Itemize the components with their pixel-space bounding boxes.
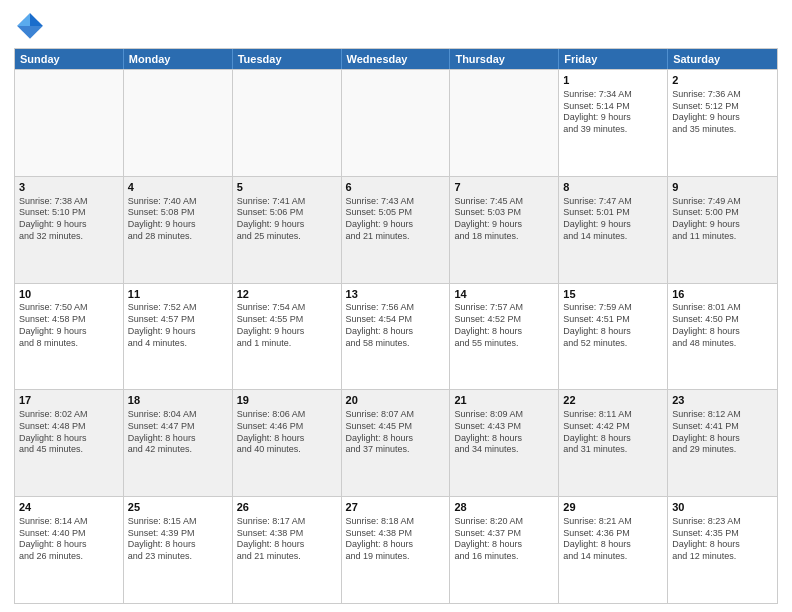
calendar-cell: 4Sunrise: 7:40 AM Sunset: 5:08 PM Daylig… [124, 177, 233, 283]
calendar-cell: 18Sunrise: 8:04 AM Sunset: 4:47 PM Dayli… [124, 390, 233, 496]
calendar: SundayMondayTuesdayWednesdayThursdayFrid… [14, 48, 778, 604]
calendar-cell: 15Sunrise: 7:59 AM Sunset: 4:51 PM Dayli… [559, 284, 668, 390]
calendar-cell: 8Sunrise: 7:47 AM Sunset: 5:01 PM Daylig… [559, 177, 668, 283]
calendar-cell: 5Sunrise: 7:41 AM Sunset: 5:06 PM Daylig… [233, 177, 342, 283]
calendar-cell: 13Sunrise: 7:56 AM Sunset: 4:54 PM Dayli… [342, 284, 451, 390]
day-info: Sunrise: 7:59 AM Sunset: 4:51 PM Dayligh… [563, 302, 663, 349]
calendar-cell: 14Sunrise: 7:57 AM Sunset: 4:52 PM Dayli… [450, 284, 559, 390]
day-number: 5 [237, 180, 337, 195]
day-info: Sunrise: 7:41 AM Sunset: 5:06 PM Dayligh… [237, 196, 337, 243]
day-info: Sunrise: 8:20 AM Sunset: 4:37 PM Dayligh… [454, 516, 554, 563]
calendar-cell [233, 70, 342, 176]
day-info: Sunrise: 8:06 AM Sunset: 4:46 PM Dayligh… [237, 409, 337, 456]
calendar-cell: 9Sunrise: 7:49 AM Sunset: 5:00 PM Daylig… [668, 177, 777, 283]
day-number: 20 [346, 393, 446, 408]
day-info: Sunrise: 8:01 AM Sunset: 4:50 PM Dayligh… [672, 302, 773, 349]
calendar-cell: 25Sunrise: 8:15 AM Sunset: 4:39 PM Dayli… [124, 497, 233, 603]
calendar-cell: 17Sunrise: 8:02 AM Sunset: 4:48 PM Dayli… [15, 390, 124, 496]
day-number: 10 [19, 287, 119, 302]
header-day-sunday: Sunday [15, 49, 124, 69]
day-info: Sunrise: 7:45 AM Sunset: 5:03 PM Dayligh… [454, 196, 554, 243]
day-number: 30 [672, 500, 773, 515]
day-number: 13 [346, 287, 446, 302]
day-info: Sunrise: 8:18 AM Sunset: 4:38 PM Dayligh… [346, 516, 446, 563]
day-number: 21 [454, 393, 554, 408]
day-info: Sunrise: 7:50 AM Sunset: 4:58 PM Dayligh… [19, 302, 119, 349]
day-info: Sunrise: 7:49 AM Sunset: 5:00 PM Dayligh… [672, 196, 773, 243]
calendar-cell: 22Sunrise: 8:11 AM Sunset: 4:42 PM Dayli… [559, 390, 668, 496]
calendar-cell: 16Sunrise: 8:01 AM Sunset: 4:50 PM Dayli… [668, 284, 777, 390]
calendar-cell: 7Sunrise: 7:45 AM Sunset: 5:03 PM Daylig… [450, 177, 559, 283]
calendar-cell: 30Sunrise: 8:23 AM Sunset: 4:35 PM Dayli… [668, 497, 777, 603]
calendar-body: 1Sunrise: 7:34 AM Sunset: 5:14 PM Daylig… [15, 69, 777, 603]
day-info: Sunrise: 8:09 AM Sunset: 4:43 PM Dayligh… [454, 409, 554, 456]
day-number: 26 [237, 500, 337, 515]
calendar-cell: 20Sunrise: 8:07 AM Sunset: 4:45 PM Dayli… [342, 390, 451, 496]
calendar-row-0: 1Sunrise: 7:34 AM Sunset: 5:14 PM Daylig… [15, 69, 777, 176]
day-number: 9 [672, 180, 773, 195]
calendar-cell: 26Sunrise: 8:17 AM Sunset: 4:38 PM Dayli… [233, 497, 342, 603]
day-number: 27 [346, 500, 446, 515]
day-number: 4 [128, 180, 228, 195]
calendar-cell [342, 70, 451, 176]
header-day-wednesday: Wednesday [342, 49, 451, 69]
day-number: 15 [563, 287, 663, 302]
page: SundayMondayTuesdayWednesdayThursdayFrid… [0, 0, 792, 612]
day-info: Sunrise: 7:38 AM Sunset: 5:10 PM Dayligh… [19, 196, 119, 243]
header-day-tuesday: Tuesday [233, 49, 342, 69]
calendar-cell: 11Sunrise: 7:52 AM Sunset: 4:57 PM Dayli… [124, 284, 233, 390]
calendar-cell: 24Sunrise: 8:14 AM Sunset: 4:40 PM Dayli… [15, 497, 124, 603]
calendar-cell: 27Sunrise: 8:18 AM Sunset: 4:38 PM Dayli… [342, 497, 451, 603]
header-day-friday: Friday [559, 49, 668, 69]
header-day-monday: Monday [124, 49, 233, 69]
day-number: 14 [454, 287, 554, 302]
calendar-cell: 2Sunrise: 7:36 AM Sunset: 5:12 PM Daylig… [668, 70, 777, 176]
calendar-row-4: 24Sunrise: 8:14 AM Sunset: 4:40 PM Dayli… [15, 496, 777, 603]
calendar-header: SundayMondayTuesdayWednesdayThursdayFrid… [15, 49, 777, 69]
header-day-thursday: Thursday [450, 49, 559, 69]
day-number: 22 [563, 393, 663, 408]
calendar-cell: 3Sunrise: 7:38 AM Sunset: 5:10 PM Daylig… [15, 177, 124, 283]
calendar-cell: 28Sunrise: 8:20 AM Sunset: 4:37 PM Dayli… [450, 497, 559, 603]
day-number: 25 [128, 500, 228, 515]
calendar-cell [124, 70, 233, 176]
day-info: Sunrise: 7:43 AM Sunset: 5:05 PM Dayligh… [346, 196, 446, 243]
day-number: 29 [563, 500, 663, 515]
calendar-cell: 19Sunrise: 8:06 AM Sunset: 4:46 PM Dayli… [233, 390, 342, 496]
svg-marker-2 [17, 13, 30, 26]
day-info: Sunrise: 7:57 AM Sunset: 4:52 PM Dayligh… [454, 302, 554, 349]
day-info: Sunrise: 7:52 AM Sunset: 4:57 PM Dayligh… [128, 302, 228, 349]
day-number: 3 [19, 180, 119, 195]
calendar-cell: 6Sunrise: 7:43 AM Sunset: 5:05 PM Daylig… [342, 177, 451, 283]
day-info: Sunrise: 8:02 AM Sunset: 4:48 PM Dayligh… [19, 409, 119, 456]
day-number: 24 [19, 500, 119, 515]
day-number: 16 [672, 287, 773, 302]
calendar-row-1: 3Sunrise: 7:38 AM Sunset: 5:10 PM Daylig… [15, 176, 777, 283]
day-info: Sunrise: 7:47 AM Sunset: 5:01 PM Dayligh… [563, 196, 663, 243]
day-info: Sunrise: 8:11 AM Sunset: 4:42 PM Dayligh… [563, 409, 663, 456]
header-day-saturday: Saturday [668, 49, 777, 69]
calendar-cell [15, 70, 124, 176]
day-number: 2 [672, 73, 773, 88]
day-info: Sunrise: 7:36 AM Sunset: 5:12 PM Dayligh… [672, 89, 773, 136]
day-number: 12 [237, 287, 337, 302]
day-number: 19 [237, 393, 337, 408]
day-number: 7 [454, 180, 554, 195]
day-info: Sunrise: 8:21 AM Sunset: 4:36 PM Dayligh… [563, 516, 663, 563]
calendar-cell [450, 70, 559, 176]
day-number: 23 [672, 393, 773, 408]
day-info: Sunrise: 7:40 AM Sunset: 5:08 PM Dayligh… [128, 196, 228, 243]
calendar-cell: 21Sunrise: 8:09 AM Sunset: 4:43 PM Dayli… [450, 390, 559, 496]
calendar-cell: 29Sunrise: 8:21 AM Sunset: 4:36 PM Dayli… [559, 497, 668, 603]
day-info: Sunrise: 8:14 AM Sunset: 4:40 PM Dayligh… [19, 516, 119, 563]
calendar-cell: 12Sunrise: 7:54 AM Sunset: 4:55 PM Dayli… [233, 284, 342, 390]
day-info: Sunrise: 7:54 AM Sunset: 4:55 PM Dayligh… [237, 302, 337, 349]
day-number: 6 [346, 180, 446, 195]
day-info: Sunrise: 8:15 AM Sunset: 4:39 PM Dayligh… [128, 516, 228, 563]
day-info: Sunrise: 7:34 AM Sunset: 5:14 PM Dayligh… [563, 89, 663, 136]
day-info: Sunrise: 8:17 AM Sunset: 4:38 PM Dayligh… [237, 516, 337, 563]
day-info: Sunrise: 8:12 AM Sunset: 4:41 PM Dayligh… [672, 409, 773, 456]
logo-icon [14, 10, 46, 42]
header [14, 10, 778, 42]
svg-marker-1 [30, 13, 43, 26]
